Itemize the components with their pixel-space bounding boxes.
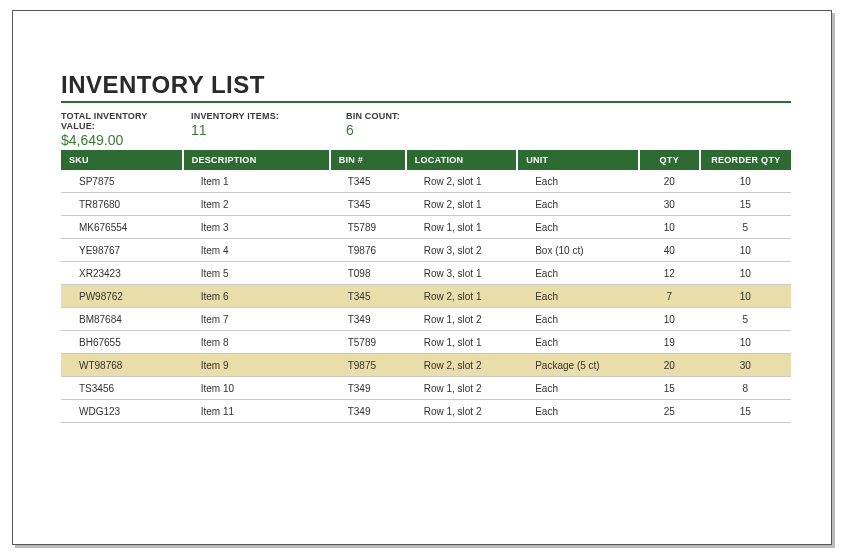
table-row: YE98767Item 4T9876Row 3, slot 2Box (10 c… — [61, 239, 791, 262]
cell-reorder-qty: 30 — [700, 354, 791, 377]
cell-bin: T345 — [330, 170, 406, 193]
cell-unit: Each — [517, 285, 639, 308]
summary-total-amount: $4,649.00 — [61, 132, 181, 148]
col-reorder-qty: REORDER QTY — [700, 150, 791, 170]
cell-bin: T345 — [330, 193, 406, 216]
cell-description: Item 2 — [183, 193, 330, 216]
cell-reorder-qty: 8 — [700, 377, 791, 400]
cell-description: Item 5 — [183, 262, 330, 285]
col-description: DESCRIPTION — [183, 150, 330, 170]
cell-unit: Box (10 ct) — [517, 239, 639, 262]
cell-reorder-qty: 5 — [700, 308, 791, 331]
cell-qty: 30 — [639, 193, 700, 216]
cell-qty: 10 — [639, 216, 700, 239]
table-row: TR87680Item 2T345Row 2, slot 1Each3015 — [61, 193, 791, 216]
summary-total-label: TOTAL INVENTORY VALUE: — [61, 111, 181, 131]
cell-location: Row 1, slot 1 — [406, 331, 518, 354]
cell-sku: TS3456 — [61, 377, 183, 400]
cell-unit: Each — [517, 262, 639, 285]
page-title: INVENTORY LIST — [61, 71, 791, 103]
cell-location: Row 1, slot 2 — [406, 400, 518, 423]
cell-description: Item 3 — [183, 216, 330, 239]
col-qty: QTY — [639, 150, 700, 170]
cell-location: Row 3, slot 1 — [406, 262, 518, 285]
cell-qty: 7 — [639, 285, 700, 308]
cell-unit: Each — [517, 170, 639, 193]
cell-qty: 12 — [639, 262, 700, 285]
summary-bins-amount: 6 — [346, 122, 446, 138]
cell-sku: SP7875 — [61, 170, 183, 193]
col-sku: SKU — [61, 150, 183, 170]
cell-bin: T5789 — [330, 331, 406, 354]
cell-qty: 20 — [639, 170, 700, 193]
cell-qty: 25 — [639, 400, 700, 423]
summary-items-label: INVENTORY ITEMS: — [191, 111, 336, 121]
cell-reorder-qty: 15 — [700, 193, 791, 216]
cell-location: Row 1, slot 2 — [406, 308, 518, 331]
cell-reorder-qty: 10 — [700, 331, 791, 354]
cell-bin: T349 — [330, 377, 406, 400]
cell-sku: WT98768 — [61, 354, 183, 377]
cell-sku: WDG123 — [61, 400, 183, 423]
col-bin: BIN # — [330, 150, 406, 170]
cell-sku: TR87680 — [61, 193, 183, 216]
cell-description: Item 1 — [183, 170, 330, 193]
table-row: BH67655Item 8T5789Row 1, slot 1Each1910 — [61, 331, 791, 354]
cell-unit: Package (5 ct) — [517, 354, 639, 377]
col-location: LOCATION — [406, 150, 518, 170]
cell-location: Row 2, slot 1 — [406, 170, 518, 193]
cell-location: Row 1, slot 1 — [406, 216, 518, 239]
cell-unit: Each — [517, 400, 639, 423]
cell-qty: 40 — [639, 239, 700, 262]
cell-description: Item 9 — [183, 354, 330, 377]
cell-bin: T098 — [330, 262, 406, 285]
summary-bar: TOTAL INVENTORY VALUE: $4,649.00 INVENTO… — [61, 111, 791, 148]
cell-bin: T349 — [330, 308, 406, 331]
cell-reorder-qty: 10 — [700, 170, 791, 193]
summary-bins-label: BIN COUNT: — [346, 111, 446, 121]
summary-bin-count: BIN COUNT: 6 — [346, 111, 446, 148]
cell-reorder-qty: 10 — [700, 262, 791, 285]
summary-item-count: INVENTORY ITEMS: 11 — [191, 111, 336, 148]
cell-location: Row 2, slot 1 — [406, 285, 518, 308]
cell-description: Item 8 — [183, 331, 330, 354]
table-row: MK676554Item 3T5789Row 1, slot 1Each105 — [61, 216, 791, 239]
table-row: XR23423Item 5T098Row 3, slot 1Each1210 — [61, 262, 791, 285]
cell-reorder-qty: 10 — [700, 239, 791, 262]
cell-description: Item 4 — [183, 239, 330, 262]
cell-location: Row 2, slot 2 — [406, 354, 518, 377]
cell-bin: T9875 — [330, 354, 406, 377]
cell-reorder-qty: 5 — [700, 216, 791, 239]
cell-qty: 19 — [639, 331, 700, 354]
cell-sku: YE98767 — [61, 239, 183, 262]
table-row: WDG123Item 11T349Row 1, slot 2Each2515 — [61, 400, 791, 423]
cell-sku: BM87684 — [61, 308, 183, 331]
summary-total-value: TOTAL INVENTORY VALUE: $4,649.00 — [61, 111, 181, 148]
cell-bin: T345 — [330, 285, 406, 308]
inventory-document: INVENTORY LIST TOTAL INVENTORY VALUE: $4… — [12, 10, 832, 545]
cell-qty: 15 — [639, 377, 700, 400]
table-body: SP7875Item 1T345Row 2, slot 1Each2010TR8… — [61, 170, 791, 423]
cell-bin: T349 — [330, 400, 406, 423]
cell-bin: T9876 — [330, 239, 406, 262]
cell-qty: 20 — [639, 354, 700, 377]
table-row: TS3456Item 10T349Row 1, slot 2Each158 — [61, 377, 791, 400]
cell-unit: Each — [517, 308, 639, 331]
cell-unit: Each — [517, 331, 639, 354]
cell-location: Row 2, slot 1 — [406, 193, 518, 216]
cell-location: Row 1, slot 2 — [406, 377, 518, 400]
cell-reorder-qty: 10 — [700, 285, 791, 308]
cell-description: Item 10 — [183, 377, 330, 400]
cell-sku: BH67655 — [61, 331, 183, 354]
cell-sku: PW98762 — [61, 285, 183, 308]
cell-description: Item 6 — [183, 285, 330, 308]
cell-description: Item 11 — [183, 400, 330, 423]
cell-sku: XR23423 — [61, 262, 183, 285]
table-row: PW98762Item 6T345Row 2, slot 1Each710 — [61, 285, 791, 308]
table-row: BM87684Item 7T349Row 1, slot 2Each105 — [61, 308, 791, 331]
cell-unit: Each — [517, 216, 639, 239]
table-row: WT98768Item 9T9875Row 2, slot 2Package (… — [61, 354, 791, 377]
cell-reorder-qty: 15 — [700, 400, 791, 423]
cell-bin: T5789 — [330, 216, 406, 239]
cell-sku: MK676554 — [61, 216, 183, 239]
